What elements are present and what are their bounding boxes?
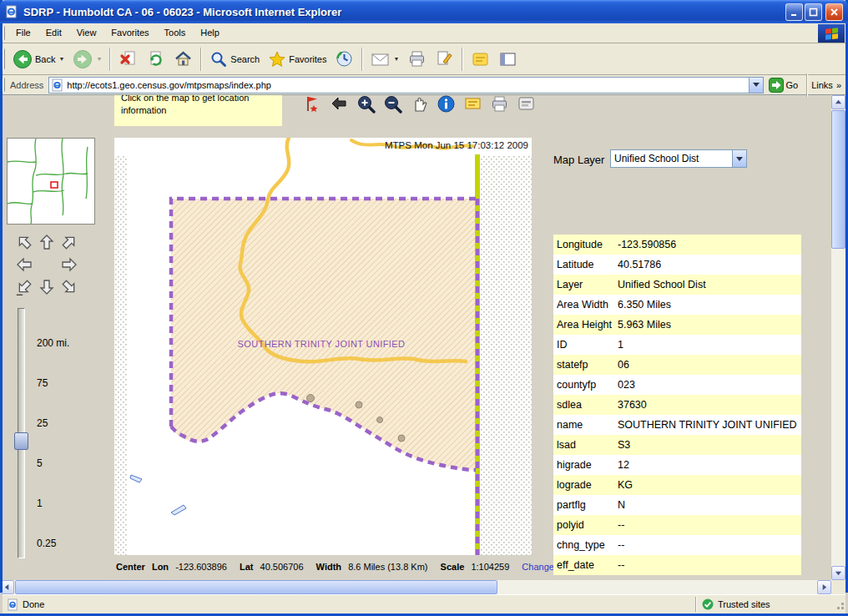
title-bar[interactable]: SDRP - Humboldt CA - 06 - 06023 - Micros…: [0, 0, 848, 23]
pan-south-button[interactable]: [35, 275, 58, 298]
toolbar-separator: [361, 48, 363, 71]
pan-northwest-button[interactable]: [13, 230, 35, 253]
attribute-key: lsad: [553, 439, 618, 451]
lon-value: -123.603896: [175, 562, 227, 572]
horizontal-scrollbar[interactable]: [0, 580, 831, 594]
arrow-northeast-icon: [57, 230, 80, 253]
scroll-right-button[interactable]: [817, 580, 831, 594]
map-canvas[interactable]: SOUTHERN TRINITY JOINT UNIFIED MTPS Mon …: [114, 138, 532, 555]
close-button[interactable]: [825, 3, 843, 21]
zoom-in-tool[interactable]: [356, 95, 376, 115]
select-flag-icon: [303, 95, 321, 114]
ie-app-icon: [5, 5, 18, 18]
toolbar-separator: [806, 73, 808, 97]
attribute-key: sdlea: [553, 399, 618, 411]
attribute-key: Latitude: [553, 259, 618, 270]
arrow-southeast-icon: [57, 275, 80, 298]
home-button[interactable]: [169, 48, 197, 70]
toolbar-grip[interactable]: [3, 48, 5, 70]
maximize-icon: [809, 8, 818, 17]
menu-item[interactable]: View: [69, 23, 104, 43]
menu-item[interactable]: Tools: [157, 23, 194, 43]
address-field[interactable]: [48, 77, 763, 93]
horizontal-scroll-thumb[interactable]: [15, 580, 497, 594]
pan-southeast-button[interactable]: [58, 275, 80, 298]
vertical-scroll-thumb[interactable]: [831, 110, 845, 249]
menu-grip[interactable]: [3, 26, 5, 39]
mail-button[interactable]: ▼: [366, 49, 403, 69]
messenger-button[interactable]: [467, 48, 494, 70]
minimize-button[interactable]: [785, 3, 803, 21]
attribute-key: ID: [553, 339, 618, 351]
pan-east-button[interactable]: [58, 253, 80, 275]
instruction-note: Click on the map to get location informa…: [114, 95, 282, 126]
print-button[interactable]: [403, 48, 431, 70]
attribute-key: polyid: [553, 519, 618, 531]
scale-label: 200 mi.: [37, 337, 69, 377]
scroll-down-button[interactable]: [831, 566, 845, 580]
scale-label: 5: [37, 457, 69, 497]
overview-map[interactable]: [7, 138, 95, 225]
address-input[interactable]: [67, 80, 748, 90]
history-button[interactable]: [331, 48, 358, 70]
back-button[interactable]: Back ▼: [8, 48, 68, 71]
attribute-row: sdlea 37630: [553, 395, 801, 415]
map-layer-select[interactable]: Unified School Dist: [610, 149, 747, 168]
map-toolbar: [302, 95, 536, 115]
zoom-in-icon: [356, 95, 376, 114]
print-map-tool[interactable]: [489, 95, 509, 115]
zoom-minus-label: −: [16, 287, 23, 301]
back-menu-chevron[interactable]: ▼: [58, 56, 64, 62]
menu-item[interactable]: Edit: [38, 23, 69, 43]
menu-item[interactable]: Help: [193, 23, 227, 43]
go-button[interactable]: Go: [764, 77, 804, 93]
scroll-up-button[interactable]: [831, 95, 845, 109]
links-bar[interactable]: Links »: [811, 80, 848, 90]
vertical-scrollbar[interactable]: [831, 95, 845, 580]
pan-west-button[interactable]: [13, 253, 35, 275]
menu-item[interactable]: Favorites: [103, 23, 156, 43]
print-icon: [407, 49, 427, 68]
forward-menu-chevron[interactable]: ▼: [96, 56, 102, 62]
zoom-out-tool[interactable]: [382, 95, 402, 115]
attribute-key: name: [553, 419, 618, 431]
refresh-button[interactable]: [142, 48, 169, 70]
forward-button[interactable]: ▼: [68, 48, 106, 71]
export-map-tool[interactable]: [516, 95, 536, 115]
menu-bar: FileEditViewFavoritesToolsHelp: [0, 23, 848, 43]
attribute-row: higrade 12: [553, 455, 801, 475]
attribute-row: Latitude 40.51786: [553, 255, 801, 275]
address-grip[interactable]: [3, 78, 5, 91]
zoom-slider-track[interactable]: [18, 308, 25, 558]
stop-button[interactable]: [114, 48, 142, 70]
previous-extent-tool[interactable]: [329, 95, 349, 115]
select-features-tool[interactable]: [302, 95, 322, 115]
toolbar-separator: [109, 48, 111, 71]
pan-north-button[interactable]: [35, 230, 58, 253]
place-dot: [307, 395, 315, 402]
identify-tool[interactable]: [436, 95, 456, 115]
attribute-value: 12: [618, 459, 629, 471]
mail-menu-chevron[interactable]: ▼: [393, 56, 399, 62]
maximize-button[interactable]: [805, 3, 822, 21]
label-tool[interactable]: [462, 95, 482, 115]
attribute-row: polyid --: [553, 515, 801, 535]
mail-icon: [371, 51, 390, 68]
attribute-key: lograde: [553, 479, 618, 491]
windows-flag-icon: [825, 28, 838, 40]
favorites-button[interactable]: Favorites: [264, 48, 331, 70]
search-button[interactable]: Search: [205, 48, 264, 70]
edit-button[interactable]: [431, 48, 458, 70]
favorites-label: Favorites: [289, 54, 326, 64]
sidebar-panel-button[interactable]: [494, 48, 522, 70]
address-dropdown-button[interactable]: [749, 78, 763, 93]
pan-northeast-button[interactable]: [58, 230, 80, 253]
map-view[interactable]: SOUTHERN TRINITY JOINT UNIFIED MTPS Mon …: [114, 138, 532, 555]
menu-item[interactable]: File: [8, 23, 38, 43]
pan-tool[interactable]: [409, 95, 429, 115]
address-label: Address: [10, 80, 43, 90]
resize-grip[interactable]: [832, 597, 845, 612]
map-layer-dropdown-button[interactable]: [732, 150, 746, 167]
outside-area-west: [114, 156, 127, 555]
zoom-slider-thumb[interactable]: [14, 432, 28, 450]
